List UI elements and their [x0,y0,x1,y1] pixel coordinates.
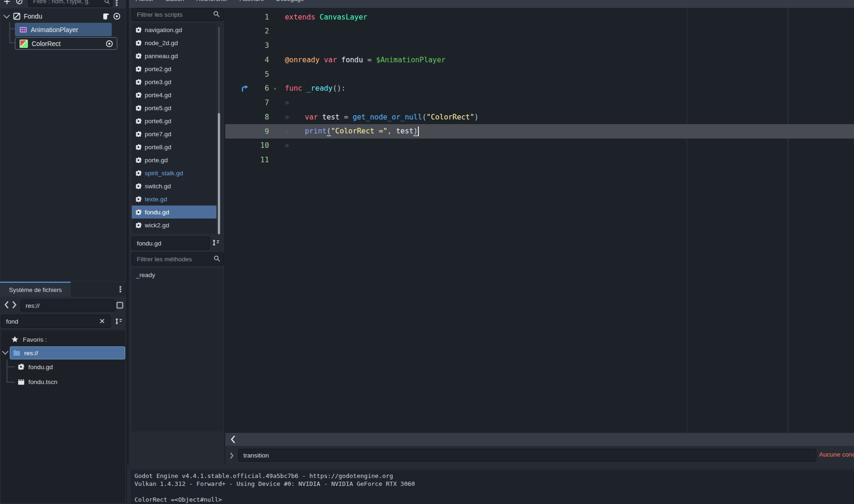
menu-bar: FichierÉditionRechercherAtteindreDébogag… [129,0,854,8]
script-list-scrollbar-thumb[interactable] [218,113,220,234]
history-forward-icon[interactable] [12,301,17,309]
tab-label: Système de fichiers [9,286,61,293]
scene-node-colorrect[interactable]: ColorRect [15,37,117,50]
scene-filter-input[interactable] [28,0,113,7]
gdscript-gear-icon [135,40,141,46]
menu-item-atteindre[interactable]: Atteindre [240,0,264,4]
node-name: Fondu [24,13,42,20]
gutter[interactable] [225,85,251,92]
code-line-9[interactable]: 9»print("ColorRect =", test) [225,124,854,139]
output-log[interactable]: Godot Engine v4.4.1.stable.official.49a5… [131,470,854,504]
filter-methods-input[interactable] [132,252,224,265]
script-item-porte7.gd[interactable]: porte7.gd [132,127,216,140]
line-number: 7 [251,99,269,107]
attached-script-icon[interactable] [102,13,109,20]
gdscript-gear-icon [135,131,141,137]
collapse-chevron-icon[interactable] [3,12,10,19]
script-item-node_2d.gd[interactable]: node_2d.gd [132,36,216,49]
code-line-1[interactable]: 1extends CanvasLayer [225,10,854,24]
fs-filter-input[interactable] [1,315,111,328]
script-item-porte8.gd[interactable]: porte8.gd [132,140,216,153]
code-line-10[interactable]: 10» [225,139,854,153]
code-line-8[interactable]: 8»var test = get_node_or_null("ColorRect… [225,110,854,124]
script-item-label: panneau.gd [145,53,178,60]
method-item-ready[interactable]: _ready [132,268,223,281]
tree-connector [9,28,15,29]
code-line-3[interactable]: 3 [225,39,854,53]
editor-bottom-bar [225,433,854,446]
visibility-eye-icon[interactable] [106,40,113,47]
tab-indent-marker: » [285,99,305,107]
fs-row-res[interactable]: res:// [10,346,125,359]
menu-item-édition[interactable]: Édition [166,0,184,4]
gdscript-gear-icon [135,79,141,85]
menu-item-débogage[interactable]: Débogage [276,0,304,4]
code-text: » [285,141,305,150]
collapse-chevron-icon[interactable] [2,348,8,355]
script-sort-icon[interactable] [212,239,220,246]
script-item-spirit_stalk.gd[interactable]: spirit_stalk.gd [132,166,216,179]
menu-items: FichierÉditionRechercherAtteindreDébogag… [129,0,854,4]
script-item-texte.gd[interactable]: texte.gd [132,192,216,206]
tree-connector [7,366,15,367]
script-item-porte5.gd[interactable]: porte5.gd [132,101,216,114]
script-item-porte.gd[interactable]: porte.gd [132,153,216,166]
tab-filesystem[interactable]: Système de fichiers [0,282,71,297]
override-arrow-icon [241,85,249,92]
gdscript-gear-icon [135,53,141,59]
script-list-scrollbar-track[interactable] [218,27,220,113]
scene-clapper-icon [18,378,25,385]
fold-chevron-icon[interactable]: ▾ [269,85,285,92]
code-line-6[interactable]: 6▾func _ready(): [225,81,854,96]
script-item-label: fondu.gd [145,209,169,216]
script-item-porte2.gd[interactable]: porte2.gd [132,62,216,75]
script-item-switch.gd[interactable]: switch.gd [132,179,216,192]
script-item-navigation.gd[interactable]: navigation.gd [132,23,216,36]
fs-row-fondu-tscn[interactable]: fondu.tscn [15,375,125,388]
visibility-eye-icon[interactable] [113,13,121,20]
script-item-porte6.gd[interactable]: porte6.gd [132,114,216,127]
favorites-header[interactable]: Favoris : [1,333,125,346]
current-script-field[interactable] [132,237,210,250]
code-line-7[interactable]: 7» [225,96,854,110]
split-view-icon[interactable] [116,302,123,309]
filter-scripts-input[interactable] [132,8,224,21]
script-item-panneau.gd[interactable]: panneau.gd [132,49,216,62]
history-back-icon[interactable] [4,301,9,309]
script-item-porte4.gd[interactable]: porte4.gd [132,88,216,101]
script-item-fondu.gd[interactable]: fondu.gd [132,206,216,219]
code-text: »print("ColorRect =", test) [285,126,419,136]
instance-scene-icon[interactable] [16,0,23,5]
scene-node-root[interactable]: Fondu [1,10,125,23]
code-editor[interactable]: 1extends CanvasLayer234@onready var fond… [225,8,854,433]
menu-item-rechercher[interactable]: Rechercher [196,0,228,4]
colorrect-node-icon [20,40,28,48]
code-line-11[interactable]: 11 [225,153,854,167]
clear-filter-icon[interactable] [99,318,105,324]
collapse-panel-icon[interactable] [230,435,235,444]
code-line-2[interactable]: 2 [225,24,854,39]
fs-sort-icon[interactable] [114,318,123,325]
canvaslayer-node-icon [13,13,20,20]
code-line-5[interactable]: 5 [225,67,854,81]
favorites-label: Favoris : [23,336,47,343]
scene-node-animationplayer[interactable]: AnimationPlayer [15,23,112,36]
fs-row-label: fondu.gd [28,364,53,371]
output-line [134,488,850,496]
menu-item-fichier[interactable]: Fichier [135,0,154,4]
code-line-4[interactable]: 4@onready var fondu = $AnimationPlayer [225,53,854,67]
tree-connector [7,359,7,383]
scene-menu-icon[interactable]: ••• [115,0,118,6]
find-query-input[interactable] [238,449,816,462]
animationplayer-node-icon [20,26,27,33]
script-item-wick2.gd[interactable]: wick2.gd [132,219,216,232]
script-item-porte3.gd[interactable]: porte3.gd [132,75,216,88]
script-item-label: node_2d.gd [145,40,178,46]
method-label: _ready [136,272,155,279]
add-node-icon[interactable] [4,0,10,5]
replace-toggle-icon[interactable] [230,452,234,459]
filesystem-menu-icon[interactable]: ••• [119,285,121,292]
fs-path-input[interactable] [20,299,115,312]
fs-row-fondu-gd[interactable]: fondu.gd [15,360,125,373]
line-number: 4 [251,56,269,64]
